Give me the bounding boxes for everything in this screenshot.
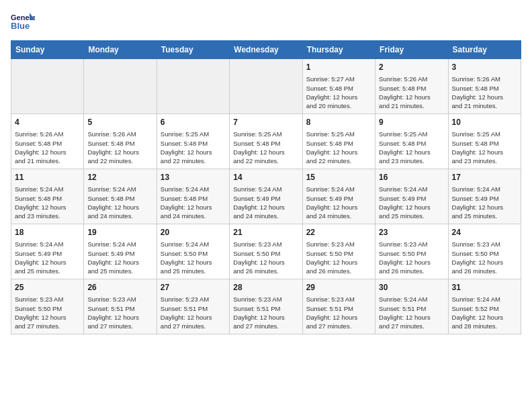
day-header-wednesday: Wednesday: [230, 41, 302, 59]
day-number: 7: [233, 117, 298, 128]
calendar-cell: 10Sunrise: 5:25 AM Sunset: 5:48 PM Dayli…: [448, 114, 521, 169]
day-number: 16: [379, 172, 444, 183]
day-number: 30: [379, 282, 444, 293]
day-content: Sunrise: 5:24 AM Sunset: 5:48 PM Dayligh…: [161, 185, 226, 220]
day-number: 4: [15, 117, 80, 128]
day-number: 17: [452, 172, 517, 183]
header-row: SundayMondayTuesdayWednesdayThursdayFrid…: [11, 41, 521, 59]
week-row-1: 1Sunrise: 5:27 AM Sunset: 5:48 PM Daylig…: [11, 59, 521, 114]
calendar-cell: 12Sunrise: 5:24 AM Sunset: 5:48 PM Dayli…: [84, 169, 157, 224]
calendar-cell: 20Sunrise: 5:24 AM Sunset: 5:50 PM Dayli…: [157, 224, 229, 279]
day-header-sunday: Sunday: [11, 41, 84, 59]
calendar-cell: 13Sunrise: 5:24 AM Sunset: 5:48 PM Dayli…: [157, 169, 229, 224]
week-row-2: 4Sunrise: 5:26 AM Sunset: 5:48 PM Daylig…: [11, 114, 521, 169]
day-number: 6: [161, 117, 226, 128]
day-content: Sunrise: 5:25 AM Sunset: 5:48 PM Dayligh…: [306, 130, 371, 165]
day-content: Sunrise: 5:25 AM Sunset: 5:48 PM Dayligh…: [233, 130, 298, 165]
calendar-cell: 4Sunrise: 5:26 AM Sunset: 5:48 PM Daylig…: [11, 114, 84, 169]
calendar-cell: 22Sunrise: 5:23 AM Sunset: 5:50 PM Dayli…: [302, 224, 375, 279]
svg-text:Blue: Blue: [11, 21, 30, 31]
day-header-monday: Monday: [84, 41, 157, 59]
calendar-cell: 16Sunrise: 5:24 AM Sunset: 5:49 PM Dayli…: [375, 169, 448, 224]
day-content: Sunrise: 5:24 AM Sunset: 5:49 PM Dayligh…: [87, 240, 152, 275]
calendar-cell: 23Sunrise: 5:23 AM Sunset: 5:50 PM Dayli…: [375, 224, 448, 279]
day-number: 11: [15, 172, 80, 183]
week-row-4: 18Sunrise: 5:24 AM Sunset: 5:49 PM Dayli…: [11, 224, 521, 279]
day-content: Sunrise: 5:23 AM Sunset: 5:50 PM Dayligh…: [306, 240, 371, 275]
day-number: 29: [306, 282, 371, 293]
day-content: Sunrise: 5:23 AM Sunset: 5:50 PM Dayligh…: [15, 295, 80, 330]
day-content: Sunrise: 5:23 AM Sunset: 5:51 PM Dayligh…: [233, 295, 298, 330]
day-content: Sunrise: 5:27 AM Sunset: 5:48 PM Dayligh…: [306, 75, 371, 110]
day-number: 26: [87, 282, 152, 293]
calendar-table: SundayMondayTuesdayWednesdayThursdayFrid…: [11, 40, 521, 334]
day-number: 25: [15, 282, 80, 293]
calendar-cell: 30Sunrise: 5:24 AM Sunset: 5:51 PM Dayli…: [375, 279, 448, 334]
day-content: Sunrise: 5:24 AM Sunset: 5:52 PM Dayligh…: [452, 295, 517, 330]
day-header-tuesday: Tuesday: [157, 41, 229, 59]
calendar-cell: 26Sunrise: 5:23 AM Sunset: 5:51 PM Dayli…: [84, 279, 157, 334]
day-number: 15: [306, 172, 371, 183]
calendar-cell: 19Sunrise: 5:24 AM Sunset: 5:49 PM Dayli…: [84, 224, 157, 279]
day-content: Sunrise: 5:24 AM Sunset: 5:49 PM Dayligh…: [233, 185, 298, 220]
calendar-cell: 29Sunrise: 5:23 AM Sunset: 5:51 PM Dayli…: [302, 279, 375, 334]
logo: GeneralBlue: [11, 11, 35, 35]
day-content: Sunrise: 5:25 AM Sunset: 5:48 PM Dayligh…: [452, 130, 517, 165]
day-number: 8: [306, 117, 371, 128]
calendar-cell: 2Sunrise: 5:26 AM Sunset: 5:48 PM Daylig…: [375, 59, 448, 114]
day-number: 3: [452, 62, 517, 73]
day-number: 2: [379, 62, 444, 73]
calendar-cell: 9Sunrise: 5:25 AM Sunset: 5:48 PM Daylig…: [375, 114, 448, 169]
calendar-cell: 3Sunrise: 5:26 AM Sunset: 5:48 PM Daylig…: [448, 59, 521, 114]
calendar-cell: 1Sunrise: 5:27 AM Sunset: 5:48 PM Daylig…: [302, 59, 375, 114]
day-content: Sunrise: 5:26 AM Sunset: 5:48 PM Dayligh…: [87, 130, 152, 165]
week-row-3: 11Sunrise: 5:24 AM Sunset: 5:48 PM Dayli…: [11, 169, 521, 224]
calendar-cell: 7Sunrise: 5:25 AM Sunset: 5:48 PM Daylig…: [230, 114, 302, 169]
calendar-cell: 17Sunrise: 5:24 AM Sunset: 5:49 PM Dayli…: [448, 169, 521, 224]
calendar-cell: 21Sunrise: 5:23 AM Sunset: 5:50 PM Dayli…: [230, 224, 302, 279]
day-number: 22: [306, 227, 371, 238]
week-row-5: 25Sunrise: 5:23 AM Sunset: 5:50 PM Dayli…: [11, 279, 521, 334]
calendar-cell: 15Sunrise: 5:24 AM Sunset: 5:49 PM Dayli…: [302, 169, 375, 224]
day-number: 19: [87, 227, 152, 238]
day-header-saturday: Saturday: [448, 41, 521, 59]
calendar-cell: 31Sunrise: 5:24 AM Sunset: 5:52 PM Dayli…: [448, 279, 521, 334]
day-number: 12: [87, 172, 152, 183]
calendar-cell: 6Sunrise: 5:25 AM Sunset: 5:48 PM Daylig…: [157, 114, 229, 169]
day-content: Sunrise: 5:25 AM Sunset: 5:48 PM Dayligh…: [161, 130, 226, 165]
day-number: 10: [452, 117, 517, 128]
day-content: Sunrise: 5:23 AM Sunset: 5:50 PM Dayligh…: [233, 240, 298, 275]
day-number: 13: [161, 172, 226, 183]
header: GeneralBlue: [11, 11, 521, 35]
day-content: Sunrise: 5:25 AM Sunset: 5:48 PM Dayligh…: [379, 130, 444, 165]
day-number: 9: [379, 117, 444, 128]
day-content: Sunrise: 5:26 AM Sunset: 5:48 PM Dayligh…: [379, 75, 444, 110]
day-number: 18: [15, 227, 80, 238]
day-content: Sunrise: 5:23 AM Sunset: 5:50 PM Dayligh…: [379, 240, 444, 275]
day-number: 24: [452, 227, 517, 238]
day-number: 21: [233, 227, 298, 238]
day-content: Sunrise: 5:24 AM Sunset: 5:49 PM Dayligh…: [15, 240, 80, 275]
day-content: Sunrise: 5:24 AM Sunset: 5:48 PM Dayligh…: [87, 185, 152, 220]
calendar-cell: 8Sunrise: 5:25 AM Sunset: 5:48 PM Daylig…: [302, 114, 375, 169]
calendar-cell: 5Sunrise: 5:26 AM Sunset: 5:48 PM Daylig…: [84, 114, 157, 169]
day-content: Sunrise: 5:24 AM Sunset: 5:49 PM Dayligh…: [379, 185, 444, 220]
day-content: Sunrise: 5:26 AM Sunset: 5:48 PM Dayligh…: [452, 75, 517, 110]
day-number: 14: [233, 172, 298, 183]
calendar-cell: 25Sunrise: 5:23 AM Sunset: 5:50 PM Dayli…: [11, 279, 84, 334]
day-number: 5: [87, 117, 152, 128]
day-content: Sunrise: 5:23 AM Sunset: 5:51 PM Dayligh…: [87, 295, 152, 330]
calendar-cell: 24Sunrise: 5:23 AM Sunset: 5:50 PM Dayli…: [448, 224, 521, 279]
day-content: Sunrise: 5:26 AM Sunset: 5:48 PM Dayligh…: [15, 130, 80, 165]
day-content: Sunrise: 5:24 AM Sunset: 5:50 PM Dayligh…: [161, 240, 226, 275]
day-content: Sunrise: 5:24 AM Sunset: 5:49 PM Dayligh…: [306, 185, 371, 220]
calendar-cell: 27Sunrise: 5:23 AM Sunset: 5:51 PM Dayli…: [157, 279, 229, 334]
day-content: Sunrise: 5:24 AM Sunset: 5:51 PM Dayligh…: [379, 295, 444, 330]
day-number: 28: [233, 282, 298, 293]
day-header-friday: Friday: [375, 41, 448, 59]
calendar-cell: [157, 59, 229, 114]
logo-icon: GeneralBlue: [11, 11, 35, 35]
calendar-cell: 14Sunrise: 5:24 AM Sunset: 5:49 PM Dayli…: [230, 169, 302, 224]
day-content: Sunrise: 5:24 AM Sunset: 5:48 PM Dayligh…: [15, 185, 80, 220]
calendar-cell: [84, 59, 157, 114]
